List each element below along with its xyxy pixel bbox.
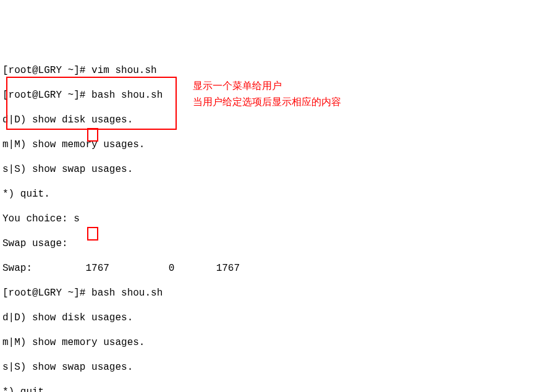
terminal-output: [root@LGRY ~]# vim shou.sh [root@LGRY ~]… (2, 52, 548, 392)
swap-usage-data: Swap: 1767 0 1767 (2, 262, 548, 275)
menu-option-quit: *) quit. (2, 386, 548, 392)
cmd-line: [root@LGRY ~]# bash shou.sh (2, 287, 548, 299)
menu-option-s: s|S) show swap usages. (2, 163, 548, 176)
swap-usage-header: Swap usage: (2, 237, 548, 250)
choice-prompt: You choice: s (2, 213, 548, 225)
menu-option-d: d|D) show disk usages. (2, 312, 548, 324)
menu-option-m: m|M) show memory usages. (2, 138, 548, 151)
menu-option-d: d|D) show disk usages. (2, 114, 548, 126)
annotation-text: 显示一个菜单给用户 (193, 80, 282, 93)
menu-option-s: s|S) show swap usages. (2, 361, 548, 373)
cmd-line: [root@LGRY ~]# vim shou.sh (2, 64, 548, 77)
menu-option-quit: *) quit. (2, 188, 548, 200)
annotation-text: 当用户给定选项后显示相应的内容 (193, 96, 341, 109)
menu-option-m: m|M) show memory usages. (2, 336, 548, 349)
